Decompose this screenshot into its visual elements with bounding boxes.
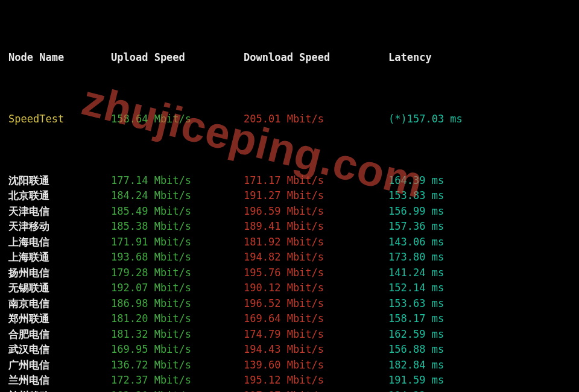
- node-name: 天津移动: [8, 219, 111, 235]
- upload-value: 169.95 Mbit/s: [111, 342, 244, 358]
- speedtest-latency: (*)157.03 ms: [388, 112, 463, 127]
- latency-value: 162.59 ms: [388, 327, 444, 343]
- upload-value: 185.38 Mbit/s: [111, 219, 244, 235]
- latency-value: 191.59 ms: [388, 373, 444, 388]
- latency-value: 156.88 ms: [388, 342, 444, 358]
- node-name: 合肥电信: [8, 327, 111, 343]
- table-row: 沈阳联通177.14 Mbit/s171.17 Mbit/s164.39 ms: [8, 173, 571, 189]
- table-row: 南京电信186.98 Mbit/s196.52 Mbit/s153.63 ms: [8, 296, 571, 312]
- node-name: 郑州联通: [8, 311, 111, 327]
- download-value: 196.59 Mbit/s: [244, 204, 388, 220]
- download-value: 196.52 Mbit/s: [244, 296, 388, 312]
- latency-value: 153.63 ms: [388, 296, 444, 312]
- rows-container: 沈阳联通177.14 Mbit/s171.17 Mbit/s164.39 ms北…: [8, 173, 571, 393]
- latency-value: 153.83 ms: [388, 188, 444, 204]
- node-name: 武汉电信: [8, 342, 111, 358]
- terminal-output: Node Name Upload Speed Download Speed La…: [0, 0, 579, 392]
- table-row: 无锡联通192.07 Mbit/s190.12 Mbit/s152.14 ms: [8, 280, 571, 296]
- node-name: 北京联通: [8, 188, 111, 204]
- header-latency: Latency: [388, 50, 432, 66]
- upload-value: 172.37 Mbit/s: [111, 373, 244, 388]
- upload-value: 184.24 Mbit/s: [111, 188, 244, 204]
- latency-value: 152.14 ms: [388, 280, 444, 296]
- table-row: 天津移动185.38 Mbit/s189.41 Mbit/s157.36 ms: [8, 219, 571, 235]
- download-value: 181.92 Mbit/s: [244, 235, 388, 250]
- download-value: 194.82 Mbit/s: [244, 250, 388, 265]
- header-node: Node Name: [8, 50, 111, 66]
- node-name: 南京电信: [8, 296, 111, 312]
- table-row: 兰州电信172.37 Mbit/s195.12 Mbit/s191.59 ms: [8, 373, 571, 388]
- download-value: 194.43 Mbit/s: [244, 342, 388, 358]
- node-name: 无锡联通: [8, 280, 111, 296]
- header-download: Download Speed: [244, 50, 388, 66]
- node-name: 兰州移动: [8, 388, 111, 393]
- latency-value: 164.39 ms: [388, 173, 444, 189]
- node-name: 兰州电信: [8, 373, 111, 388]
- upload-value: 181.20 Mbit/s: [111, 311, 244, 327]
- latency-value: 158.17 ms: [388, 311, 444, 327]
- download-value: 197.87 Mbit/s: [244, 388, 388, 393]
- upload-value: 171.91 Mbit/s: [111, 235, 244, 250]
- latency-value: 157.36 ms: [388, 219, 444, 235]
- node-name: 上海联通: [8, 250, 111, 265]
- table-row: 北京联通184.24 Mbit/s191.27 Mbit/s153.83 ms: [8, 188, 571, 204]
- node-name: 沈阳联通: [8, 173, 111, 189]
- download-value: 171.17 Mbit/s: [244, 173, 388, 189]
- latency-value: 182.84 ms: [388, 358, 444, 373]
- table-row: 武汉电信169.95 Mbit/s194.43 Mbit/s156.88 ms: [8, 342, 571, 358]
- table-row: 郑州联通181.20 Mbit/s169.64 Mbit/s158.17 ms: [8, 311, 571, 327]
- latency-value: 194.22 ms: [388, 388, 444, 393]
- upload-value: 136.72 Mbit/s: [111, 358, 244, 373]
- download-value: 190.12 Mbit/s: [244, 280, 388, 296]
- node-name: 上海电信: [8, 235, 111, 250]
- upload-value: 192.07 Mbit/s: [111, 280, 244, 296]
- upload-value: 177.14 Mbit/s: [111, 173, 244, 189]
- download-value: 189.41 Mbit/s: [244, 219, 388, 235]
- download-value: 139.60 Mbit/s: [244, 358, 388, 373]
- node-name: 广州电信: [8, 358, 111, 373]
- download-value: 195.12 Mbit/s: [244, 373, 388, 388]
- node-name: 扬州电信: [8, 265, 111, 281]
- upload-value: 181.32 Mbit/s: [111, 327, 244, 343]
- header-upload: Upload Speed: [111, 50, 244, 66]
- speedtest-download: 205.01 Mbit/s: [244, 112, 388, 127]
- download-value: 195.76 Mbit/s: [244, 265, 388, 281]
- table-header: Node Name Upload Speed Download Speed La…: [8, 50, 571, 66]
- table-row: 合肥电信181.32 Mbit/s174.79 Mbit/s162.59 ms: [8, 327, 571, 343]
- table-row: 天津电信185.49 Mbit/s196.59 Mbit/s156.99 ms: [8, 204, 571, 220]
- download-value: 174.79 Mbit/s: [244, 327, 388, 343]
- table-row: 上海联通193.68 Mbit/s194.82 Mbit/s173.80 ms: [8, 250, 571, 265]
- table-row: 兰州移动183.20 Mbit/s197.87 Mbit/s194.22 ms: [8, 388, 571, 393]
- upload-value: 193.68 Mbit/s: [111, 250, 244, 265]
- latency-value: 173.80 ms: [388, 250, 444, 265]
- table-row: 上海电信171.91 Mbit/s181.92 Mbit/s143.06 ms: [8, 235, 571, 250]
- upload-value: 186.98 Mbit/s: [111, 296, 244, 312]
- download-value: 169.64 Mbit/s: [244, 311, 388, 327]
- speedtest-upload: 158.64 Mbit/s: [111, 112, 244, 127]
- table-row: 广州电信136.72 Mbit/s139.60 Mbit/s182.84 ms: [8, 358, 571, 373]
- upload-value: 179.28 Mbit/s: [111, 265, 244, 281]
- node-name: 天津电信: [8, 204, 111, 220]
- speedtest-row: SpeedTest 158.64 Mbit/s 205.01 Mbit/s (*…: [8, 112, 571, 127]
- latency-value: 156.99 ms: [388, 204, 444, 220]
- latency-value: 141.24 ms: [388, 265, 444, 281]
- latency-value: 143.06 ms: [388, 235, 444, 250]
- upload-value: 185.49 Mbit/s: [111, 204, 244, 220]
- download-value: 191.27 Mbit/s: [244, 188, 388, 204]
- upload-value: 183.20 Mbit/s: [111, 388, 244, 393]
- speedtest-name: SpeedTest: [8, 112, 111, 127]
- table-row: 扬州电信179.28 Mbit/s195.76 Mbit/s141.24 ms: [8, 265, 571, 281]
